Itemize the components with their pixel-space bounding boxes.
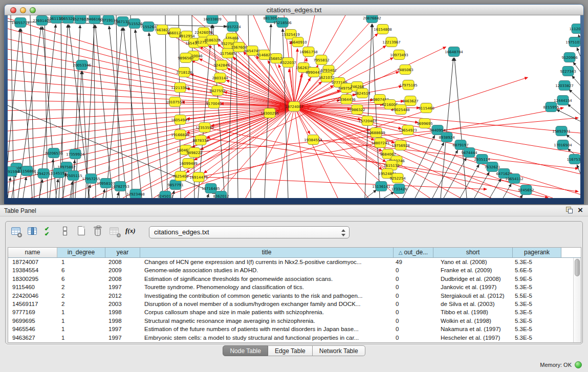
graph-node[interactable]: 9896562 xyxy=(178,53,193,63)
graph-node[interactable]: 8322037 xyxy=(280,58,296,68)
graph-node[interactable]: 17016504 xyxy=(554,140,572,150)
cell-name[interactable]: 18300295 xyxy=(8,275,57,283)
cell-name[interactable]: 9115460 xyxy=(8,283,57,291)
graph-node[interactable]: 12213967 xyxy=(382,37,401,47)
graph-node[interactable]: 9252254 xyxy=(389,173,406,183)
cell-pagerank[interactable]: 5.3E-5 xyxy=(513,334,561,342)
tab-edge-table[interactable]: Edge Table xyxy=(268,345,313,356)
cell-out_de[interactable]: 0 xyxy=(394,283,433,291)
cell-title[interactable]: Tourette syndrome. Phenomenology and cla… xyxy=(140,283,394,291)
graph-node[interactable]: 19384554 xyxy=(304,135,322,145)
cell-out_de[interactable]: 0 xyxy=(394,334,433,342)
graph-node[interactable]: 1112044 xyxy=(569,24,580,34)
graph-node[interactable]: 12923468 xyxy=(126,189,145,199)
cell-short[interactable]: Hescheler et al. (1997) xyxy=(433,334,513,342)
cell-name[interactable]: 22420046 xyxy=(8,292,57,300)
cell-name[interactable]: 9777169 xyxy=(8,308,57,316)
cell-short[interactable]: Jankovic et al. (1997) xyxy=(433,283,513,291)
table-row[interactable]: 946362711997Embryonic stem cells: a mode… xyxy=(8,334,573,342)
graph-node[interactable]: 16154808 xyxy=(374,25,392,34)
graph-node[interactable]: 9242845 xyxy=(213,60,229,70)
tab-node-table[interactable]: Node Table xyxy=(223,345,268,356)
cell-pagerank[interactable]: 5.3E-5 xyxy=(513,258,561,266)
delete-table-icon[interactable] xyxy=(93,226,103,236)
column-header-pagerank[interactable]: pagerank xyxy=(513,248,561,257)
cell-year[interactable]: 2009 xyxy=(105,266,140,274)
graph-node[interactable]: 9699695 xyxy=(417,119,432,128)
column-header-year[interactable]: year xyxy=(105,248,140,257)
graph-node[interactable]: 7955812 xyxy=(313,55,329,65)
tab-network-table[interactable]: Network Table xyxy=(313,345,365,356)
cell-short[interactable]: Franke et al. (2009) xyxy=(433,266,513,274)
cell-in_degree[interactable]: 1 xyxy=(57,258,105,266)
graph-node[interactable]: 17975185 xyxy=(399,80,418,90)
cell-pagerank[interactable]: 5.3E-5 xyxy=(513,325,561,333)
cell-short[interactable]: Nakamura et al. (1997) xyxy=(433,325,513,333)
graph-node[interactable]: 9227343 xyxy=(560,67,576,76)
cell-out_de[interactable]: 0 xyxy=(394,275,433,283)
cell-title[interactable]: Corpus callosum shape and size in male p… xyxy=(140,308,394,316)
cell-name[interactable]: 14569117 xyxy=(8,300,57,308)
cell-in_degree[interactable]: 1 xyxy=(57,317,105,325)
table-row[interactable]: 911546021997Tourette syndrome. Phenomeno… xyxy=(8,283,573,291)
table-row[interactable]: 1830029562008Estimation of significance … xyxy=(8,275,573,283)
graph-node[interactable]: 10107553 xyxy=(166,97,184,107)
cell-in_degree[interactable]: 1 xyxy=(57,308,105,316)
import-table-icon[interactable]: × xyxy=(109,226,120,236)
cell-in_degree[interactable]: 2 xyxy=(57,292,105,300)
graph-node[interactable]: 1733426 xyxy=(391,184,407,194)
cell-out_de[interactable]: 0 xyxy=(394,292,433,300)
table-settings-icon[interactable] xyxy=(11,226,21,236)
cell-title[interactable]: Disruption of a novel member of a sodium… xyxy=(140,300,394,308)
cell-in_degree[interactable]: 2 xyxy=(57,300,105,308)
graph-node[interactable]: 14055714 xyxy=(11,18,30,28)
cell-pagerank[interactable]: 5.9E-5 xyxy=(513,275,561,283)
table-row[interactable]: 969969511998Structural magnetic resonanc… xyxy=(8,317,573,325)
graph-node[interactable]: 9120966 xyxy=(561,53,578,62)
cell-short[interactable]: Wolkin et al. (1998) xyxy=(433,317,513,325)
cell-in_degree[interactable]: 6 xyxy=(57,275,105,283)
cell-title[interactable]: Estimation of the future numbers of pati… xyxy=(140,325,394,333)
graph-node[interactable]: 12353593 xyxy=(195,123,214,133)
column-visibility-icon[interactable] xyxy=(27,226,38,236)
table-row[interactable]: 1938455462009Genome-wide association stu… xyxy=(8,266,573,274)
float-panel-icon[interactable] xyxy=(566,207,573,213)
graph-node[interactable]: 9245652 xyxy=(518,185,534,195)
cell-title[interactable]: Investigating the contribution of common… xyxy=(140,292,394,300)
graph-node[interactable]: 15892971 xyxy=(552,126,571,136)
network-window-titlebar[interactable]: citations_edges.txt xyxy=(5,5,583,15)
graph-node[interactable]: 9245012 xyxy=(157,191,173,199)
column-header-in_degree[interactable]: in_degree xyxy=(57,248,105,257)
new-table-icon[interactable] xyxy=(76,226,87,236)
graph-node[interactable]: 9463627 xyxy=(402,96,418,106)
graph-node[interactable]: 19654923 xyxy=(399,125,417,135)
cell-out_de[interactable]: 0 xyxy=(394,308,433,316)
row-select-icon[interactable] xyxy=(43,226,54,236)
cell-in_degree[interactable]: 1 xyxy=(57,325,105,333)
graph-node[interactable]: 8938924 xyxy=(439,133,455,142)
cell-title[interactable]: Estimation of significance thresholds fo… xyxy=(140,275,394,283)
network-canvas[interactable]: 1872400714055714276914061061135410653207… xyxy=(8,15,580,198)
graph-node[interactable]: 1527602 xyxy=(72,15,88,24)
graph-node[interactable]: 7857224 xyxy=(225,22,241,32)
cell-short[interactable]: Stergiakouli et al. (2012) xyxy=(433,292,513,300)
column-header-out_de[interactable]: △out_de... xyxy=(394,248,433,257)
graph-node[interactable]: 2803144 xyxy=(212,73,228,83)
cell-title[interactable]: Changes of HCN gene expression and I(f) … xyxy=(140,258,394,266)
cell-title[interactable]: Structural magnetic resonance image aver… xyxy=(140,317,394,325)
graph-node[interactable]: 17359924 xyxy=(66,149,84,159)
cell-pagerank[interactable]: 5.3E-5 xyxy=(513,300,561,308)
column-header-title[interactable]: title xyxy=(140,248,394,257)
cell-year[interactable]: 1997 xyxy=(105,325,140,333)
cell-year[interactable]: 1997 xyxy=(105,334,140,342)
cell-out_de[interactable]: 0 xyxy=(394,300,433,308)
cell-short[interactable]: de Silva et al. (2003) xyxy=(433,300,513,308)
cell-short[interactable]: Tibbo et al. (1998) xyxy=(433,308,513,316)
graph-node[interactable]: 16648784 xyxy=(445,47,463,57)
graph-node[interactable]: 7632621 xyxy=(484,162,500,172)
cell-year[interactable]: 2008 xyxy=(105,275,140,283)
graph-node[interactable]: 3824514 xyxy=(354,89,371,98)
graph-node[interactable]: 9115460 xyxy=(418,103,434,113)
graph-node[interactable]: 3175685 xyxy=(220,49,235,58)
table-row[interactable]: 946554611997Estimation of the future num… xyxy=(8,325,573,333)
